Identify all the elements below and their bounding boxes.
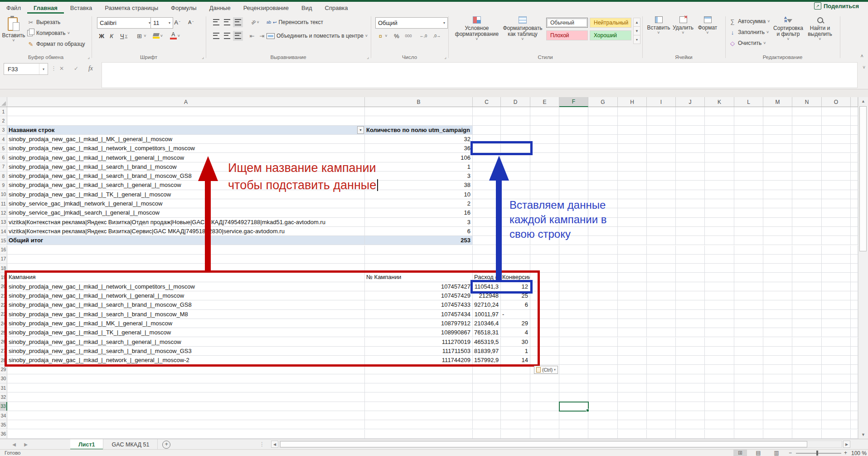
cell-L15[interactable] bbox=[734, 236, 763, 245]
cell-O28[interactable] bbox=[822, 356, 851, 364]
accounting-format-button[interactable]: ¤˅ bbox=[375, 31, 389, 41]
cell-C2[interactable] bbox=[473, 116, 501, 125]
cell-G11[interactable] bbox=[588, 199, 618, 208]
autosum-button[interactable]: ∑ Автосумма ˅ bbox=[729, 16, 770, 26]
cell-J19[interactable] bbox=[676, 273, 705, 281]
cell-C17[interactable] bbox=[473, 255, 501, 263]
sort-filter-button[interactable]: АЯ Сортировка и фильтр ˅ bbox=[772, 16, 804, 53]
cell-B27[interactable]: 111711503 bbox=[365, 347, 473, 355]
row-header-23[interactable]: 23 bbox=[0, 310, 7, 319]
cell-D19[interactable]: Конверсии bbox=[501, 273, 530, 281]
cell-G26[interactable] bbox=[588, 338, 618, 346]
cell-F16[interactable] bbox=[559, 245, 588, 254]
cell-C31[interactable] bbox=[473, 383, 501, 392]
cell-I19[interactable] bbox=[647, 273, 676, 281]
cell-O34[interactable] bbox=[822, 411, 851, 420]
font-color-button[interactable]: А ˅ bbox=[168, 31, 182, 41]
cell-L17[interactable] bbox=[734, 255, 763, 263]
cell-F30[interactable] bbox=[559, 374, 588, 383]
cell-K2[interactable] bbox=[705, 116, 734, 125]
cell-D28[interactable]: 14 bbox=[501, 356, 530, 364]
cell-N1[interactable] bbox=[792, 107, 822, 116]
row-header-30[interactable]: 30 bbox=[0, 374, 7, 383]
cell-C36[interactable] bbox=[473, 430, 501, 438]
cell-L21[interactable] bbox=[734, 291, 763, 300]
cell-E16[interactable] bbox=[530, 245, 559, 254]
decrease-decimal-button[interactable]: ,0→ bbox=[431, 31, 443, 41]
col-header-C[interactable]: C bbox=[473, 97, 501, 107]
cell-N9[interactable] bbox=[792, 181, 822, 189]
cell-F33[interactable] bbox=[559, 402, 588, 411]
cell-C22[interactable]: 92710,24 bbox=[473, 300, 501, 309]
col-header-F[interactable]: F bbox=[559, 97, 588, 107]
cell-D17[interactable] bbox=[501, 255, 530, 263]
row-header-24[interactable]: 24 bbox=[0, 319, 7, 328]
cell-J22[interactable] bbox=[676, 300, 705, 309]
row-header-2[interactable]: 2 bbox=[0, 116, 7, 125]
cell-D14[interactable] bbox=[501, 227, 530, 235]
cell-K33[interactable] bbox=[705, 402, 734, 411]
cell-D12[interactable] bbox=[501, 208, 530, 217]
cell-H6[interactable] bbox=[618, 153, 647, 162]
cell-B29[interactable] bbox=[365, 365, 473, 373]
cell-J24[interactable] bbox=[676, 319, 705, 328]
cell-C9[interactable] bbox=[473, 181, 501, 189]
cell-N13[interactable] bbox=[792, 218, 822, 226]
row-header-1[interactable]: 1 bbox=[0, 107, 7, 116]
cell-D30[interactable] bbox=[501, 374, 530, 383]
sheet-tab-GAC МКАД 51[interactable]: GAC МКАД 51 bbox=[103, 439, 158, 450]
cell-J10[interactable] bbox=[676, 190, 705, 199]
cell-B5[interactable]: 36 bbox=[365, 144, 473, 152]
increase-decimal-button[interactable]: ←,0 bbox=[417, 31, 430, 41]
cell-K19[interactable] bbox=[705, 273, 734, 281]
cell-D23[interactable]: - bbox=[501, 310, 530, 319]
borders-button[interactable]: ⊞˅ bbox=[134, 31, 148, 41]
cell-N19[interactable] bbox=[792, 273, 822, 281]
cell-A24[interactable]: sinoby_prodaja_new_gac_|_mkad_|_MK_|_gen… bbox=[7, 319, 365, 328]
cell-I6[interactable] bbox=[647, 153, 676, 162]
align-bottom-button[interactable] bbox=[233, 17, 243, 27]
cell-style-good[interactable]: Хороший bbox=[590, 30, 631, 40]
cell-G7[interactable] bbox=[588, 162, 618, 171]
cell-B15[interactable]: 253 bbox=[365, 236, 473, 245]
cell-I22[interactable] bbox=[647, 300, 676, 309]
cell-I10[interactable] bbox=[647, 190, 676, 199]
ribbon-tab-Главная[interactable]: Главная bbox=[27, 2, 64, 14]
cell-N35[interactable] bbox=[792, 420, 822, 429]
cell-A12[interactable]: sinoby_service_gac_|mkad|_search_|_gener… bbox=[7, 208, 365, 217]
cell-O2[interactable] bbox=[822, 116, 851, 125]
cell-F19[interactable] bbox=[559, 273, 588, 281]
cell-B20[interactable]: 107457427 bbox=[365, 282, 473, 291]
format-cells-button[interactable]: Формат ˅ bbox=[696, 16, 719, 53]
cell-F27[interactable] bbox=[559, 347, 588, 355]
formula-bar-expand-icon[interactable]: ˅ bbox=[863, 65, 865, 70]
cell-E7[interactable] bbox=[530, 162, 559, 171]
cell-O7[interactable] bbox=[822, 162, 851, 171]
cell-B22[interactable]: 107457433 bbox=[365, 300, 473, 309]
number-format-combo[interactable]: Общий▾ bbox=[375, 17, 448, 29]
cell-I35[interactable] bbox=[647, 420, 676, 429]
cell-I15[interactable] bbox=[647, 236, 676, 245]
cell-C3[interactable] bbox=[473, 126, 501, 134]
align-center-button[interactable] bbox=[222, 31, 232, 41]
cell-G14[interactable] bbox=[588, 227, 618, 235]
cell-H18[interactable] bbox=[618, 264, 647, 272]
cell-B1[interactable] bbox=[365, 107, 473, 116]
cell-H2[interactable] bbox=[618, 116, 647, 125]
col-header-M[interactable]: M bbox=[763, 97, 792, 107]
cell-B3[interactable]: Количество по полю utm_campaign bbox=[365, 126, 473, 134]
row-header-25[interactable]: 25 bbox=[0, 328, 7, 337]
orientation-button[interactable]: ab ˅ bbox=[247, 17, 263, 27]
cell-M14[interactable] bbox=[763, 227, 792, 235]
cell-A25[interactable]: sinoby_prodaja_new_gac_|_mkad_|_TK_|_gen… bbox=[7, 328, 365, 337]
cell-A9[interactable]: sinoby_prodaja_new_gac_|_mkad_|_search_|… bbox=[7, 181, 365, 189]
cell-F23[interactable] bbox=[559, 310, 588, 319]
cell-M12[interactable] bbox=[763, 208, 792, 217]
cancel-button[interactable]: ✕ bbox=[56, 64, 67, 73]
cell-J18[interactable] bbox=[676, 264, 705, 272]
cell-C10[interactable] bbox=[473, 190, 501, 199]
name-box-dropdown-icon[interactable]: ▾ bbox=[39, 64, 48, 74]
cell-J25[interactable] bbox=[676, 328, 705, 337]
cell-H22[interactable] bbox=[618, 300, 647, 309]
cell-N7[interactable] bbox=[792, 162, 822, 171]
